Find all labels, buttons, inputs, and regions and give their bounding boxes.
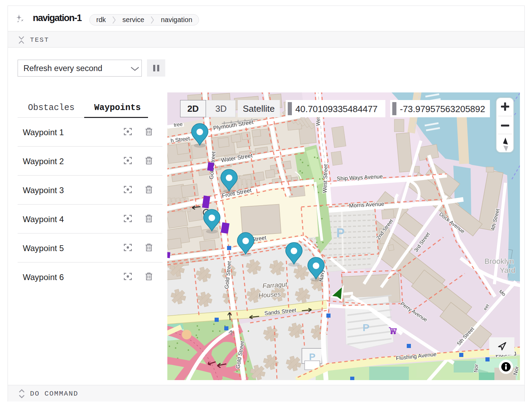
svg-text:P: P <box>309 351 316 362</box>
svg-text:Brooklyn: Brooklyn <box>484 257 514 266</box>
svg-text:tree: tree <box>174 121 183 128</box>
svg-text:P: P <box>363 322 370 333</box>
svg-text:Nor: Nor <box>473 364 479 373</box>
svg-text:P: P <box>336 226 345 240</box>
svg-text:West Street: West Street <box>322 164 329 193</box>
svg-text:Yard: Yard <box>500 266 515 275</box>
